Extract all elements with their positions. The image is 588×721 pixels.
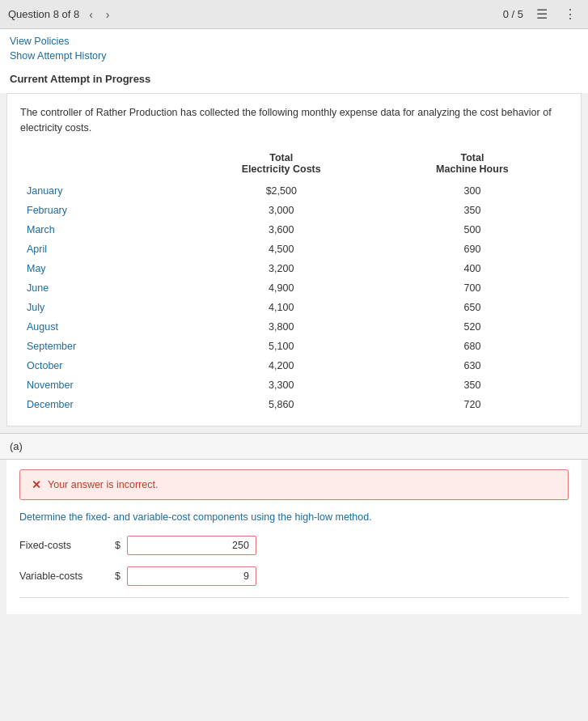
hours-cell: 350 bbox=[377, 201, 568, 220]
fixed-costs-row: Fixed-costs $ bbox=[19, 536, 569, 555]
month-cell: August bbox=[20, 317, 186, 337]
table-row: March3,600500 bbox=[20, 220, 568, 240]
month-col-header bbox=[20, 149, 186, 181]
question-card: The controller of Rather Production has … bbox=[6, 93, 582, 426]
month-cell: September bbox=[20, 337, 186, 356]
cost-cell: 4,200 bbox=[186, 356, 377, 375]
month-cell: February bbox=[20, 201, 186, 220]
cost-cell: 3,800 bbox=[186, 317, 377, 337]
table-row: May3,200400 bbox=[20, 259, 568, 278]
question-title: Question 8 of 8 bbox=[8, 8, 79, 20]
page-header: Question 8 of 8 ‹ › 0 / 5 ☰ ⋮ bbox=[0, 0, 588, 29]
table-row: December5,860720 bbox=[20, 395, 568, 414]
cost-cell: 3,300 bbox=[186, 375, 377, 395]
view-policies-link[interactable]: View Policies bbox=[10, 36, 578, 47]
determine-text: Determine the fixed- and variable-cost c… bbox=[19, 511, 569, 523]
hours-cell: 350 bbox=[377, 375, 568, 395]
month-cell: January bbox=[20, 181, 186, 201]
incorrect-icon: ✕ bbox=[32, 478, 41, 491]
table-row: January$2,500300 bbox=[20, 181, 568, 201]
hours-cell: 500 bbox=[377, 220, 568, 240]
variable-costs-row: Variable-costs $ bbox=[19, 566, 569, 586]
electricity-col-header: Total Electricity Costs bbox=[186, 149, 377, 181]
show-attempt-history-link[interactable]: Show Attempt History bbox=[10, 50, 578, 61]
hours-cell: 630 bbox=[377, 356, 568, 375]
score-display: 0 / 5 bbox=[503, 8, 523, 20]
table-row: October4,200630 bbox=[20, 356, 568, 375]
cost-cell: 4,100 bbox=[186, 298, 377, 317]
table-row: June4,900700 bbox=[20, 278, 568, 298]
table-row: April4,500690 bbox=[20, 240, 568, 259]
hours-cell: 680 bbox=[377, 337, 568, 356]
incorrect-message: Your answer is incorrect. bbox=[48, 479, 158, 490]
hours-cell: 650 bbox=[377, 298, 568, 317]
variable-costs-label: Variable-costs bbox=[19, 570, 108, 582]
question-intro-text: The controller of Rather Production has … bbox=[20, 105, 568, 136]
machine-hours-col-header: Total Machine Hours bbox=[377, 149, 568, 181]
cost-cell: 3,000 bbox=[186, 201, 377, 220]
answer-section: ✕ Your answer is incorrect. Determine th… bbox=[6, 460, 582, 614]
prev-button[interactable]: ‹ bbox=[86, 6, 96, 23]
current-attempt-label: Current Attempt in Progress bbox=[0, 68, 588, 93]
table-row: July4,100650 bbox=[20, 298, 568, 317]
fixed-costs-input[interactable] bbox=[127, 536, 256, 555]
table-row: September5,100680 bbox=[20, 337, 568, 356]
incorrect-banner: ✕ Your answer is incorrect. bbox=[19, 469, 569, 500]
cost-cell: 4,900 bbox=[186, 278, 377, 298]
next-button[interactable]: › bbox=[103, 6, 113, 23]
month-cell: October bbox=[20, 356, 186, 375]
hours-cell: 690 bbox=[377, 240, 568, 259]
month-cell: May bbox=[20, 259, 186, 278]
hours-cell: 700 bbox=[377, 278, 568, 298]
cost-cell: 4,500 bbox=[186, 240, 377, 259]
fixed-costs-dollar: $ bbox=[115, 540, 121, 551]
cost-cell: 5,860 bbox=[186, 395, 377, 414]
cost-cell: 5,100 bbox=[186, 337, 377, 356]
header-right: 0 / 5 ☰ ⋮ bbox=[503, 5, 580, 23]
table-row: August3,800520 bbox=[20, 317, 568, 337]
month-cell: June bbox=[20, 278, 186, 298]
table-row: February3,000350 bbox=[20, 201, 568, 220]
month-cell: July bbox=[20, 298, 186, 317]
month-cell: April bbox=[20, 240, 186, 259]
section-divider bbox=[19, 597, 569, 598]
month-cell: December bbox=[20, 395, 186, 414]
cost-cell: 3,600 bbox=[186, 220, 377, 240]
hours-cell: 520 bbox=[377, 317, 568, 337]
variable-costs-input[interactable] bbox=[127, 566, 256, 586]
top-links-section: View Policies Show Attempt History bbox=[0, 29, 588, 68]
cost-cell: $2,500 bbox=[186, 181, 377, 201]
cost-cell: 3,200 bbox=[186, 259, 377, 278]
expense-data-table: Total Electricity Costs Total Machine Ho… bbox=[20, 149, 568, 414]
table-row: November3,300350 bbox=[20, 375, 568, 395]
section-a-header: (a) bbox=[0, 433, 588, 460]
hours-cell: 400 bbox=[377, 259, 568, 278]
hours-cell: 720 bbox=[377, 395, 568, 414]
month-cell: November bbox=[20, 375, 186, 395]
fixed-costs-label: Fixed-costs bbox=[19, 540, 108, 551]
month-cell: March bbox=[20, 220, 186, 240]
hours-cell: 300 bbox=[377, 181, 568, 201]
variable-costs-dollar: $ bbox=[115, 570, 121, 582]
section-a-label: (a) bbox=[10, 440, 23, 452]
header-left: Question 8 of 8 ‹ › bbox=[8, 6, 113, 23]
list-icon-button[interactable]: ☰ bbox=[533, 5, 551, 23]
more-options-button[interactable]: ⋮ bbox=[561, 5, 580, 23]
